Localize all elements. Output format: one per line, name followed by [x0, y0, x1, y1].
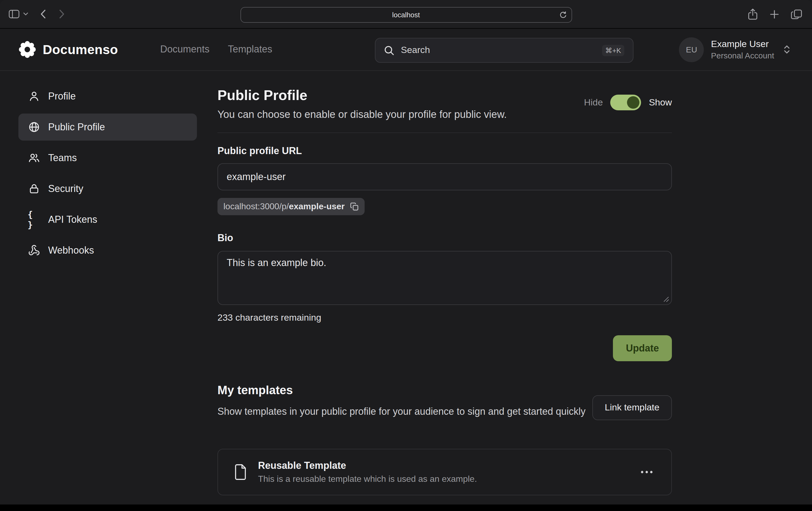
file-icon [233, 463, 248, 481]
toggle-knob [627, 96, 640, 109]
back-button[interactable] [40, 9, 46, 19]
browser-nav-controls [0, 9, 65, 19]
sidebar-item-public-profile[interactable]: Public Profile [19, 114, 197, 141]
sidebar-item-api-tokens[interactable]: { } API Tokens [19, 206, 197, 233]
brand-name: Documenso [43, 42, 118, 57]
bio-field-wrap: This is an example bio. [218, 251, 672, 305]
brand-logo[interactable]: Documenso [19, 40, 118, 58]
bio-textarea[interactable]: This is an example bio. [218, 251, 672, 305]
profile-link-prefix: localhost:3000/p/ [224, 202, 289, 211]
template-description: This is a reusable template which is use… [258, 474, 477, 484]
tab-overview-button[interactable] [791, 9, 802, 19]
link-template-button[interactable]: Link template [592, 395, 672, 420]
sidebar-item-label: Teams [48, 152, 77, 163]
avatar: EU [679, 37, 704, 62]
chevron-right-icon [59, 9, 65, 19]
user-account-type: Personal Account [711, 51, 775, 60]
globe-icon [28, 121, 40, 133]
sidebar-item-security[interactable]: Security [19, 175, 197, 202]
chevron-left-icon [40, 9, 46, 19]
profile-link-pill: localhost:3000/p/example-user [218, 198, 365, 215]
user-name: Example User [711, 39, 775, 50]
bio-label: Bio [218, 233, 233, 244]
settings-sidebar: Profile Public Profile Teams Security { … [19, 83, 197, 264]
public-profile-url-label: Public profile URL [218, 146, 302, 157]
page-title: Public Profile [218, 87, 307, 104]
template-list-item: Reusable Template This is a reusable tem… [218, 449, 672, 495]
nav-documents[interactable]: Documents [160, 44, 209, 55]
tabs-icon [791, 9, 802, 19]
template-info: Reusable Template This is a reusable tem… [258, 460, 477, 484]
sidebar-icon [9, 10, 20, 19]
copy-link-button[interactable] [350, 202, 359, 211]
chevron-updown-icon [783, 44, 790, 55]
share-icon [748, 8, 758, 20]
characters-remaining: 233 characters remaining [218, 312, 321, 323]
section-divider [218, 132, 672, 133]
template-menu-button[interactable] [637, 467, 656, 477]
browser-window-controls [748, 8, 812, 20]
chevron-down-icon [23, 12, 28, 16]
sidebar-item-label: Webhooks [48, 245, 94, 256]
page-subtitle: You can choose to enable or disable your… [218, 109, 507, 121]
resize-grip-icon[interactable] [663, 296, 669, 302]
hide-label: Hide [584, 97, 603, 108]
public-profile-url-input[interactable] [218, 163, 672, 190]
sidebar-item-label: Profile [48, 91, 76, 102]
lock-icon [28, 183, 40, 195]
my-templates-title: My templates [218, 383, 293, 397]
braces-icon: { } [28, 209, 40, 230]
sidebar-item-teams[interactable]: Teams [19, 144, 197, 172]
sidebar-item-label: Public Profile [48, 121, 105, 133]
share-button[interactable] [748, 8, 758, 20]
template-name: Reusable Template [258, 460, 477, 472]
sidebar-item-label: Security [48, 183, 83, 194]
user-menu[interactable]: EU Example User Personal Account [679, 37, 791, 62]
sidebar-toggle-button[interactable] [9, 10, 20, 19]
sidebar-item-label: API Tokens [48, 214, 97, 225]
ellipsis-icon [640, 471, 653, 474]
window-bottom-strip [0, 505, 812, 511]
plus-icon [770, 9, 779, 19]
app-window: localhost [0, 0, 812, 511]
webhook-icon [28, 244, 40, 256]
user-meta: Example User Personal Account [711, 39, 775, 60]
documenso-logo-icon [19, 40, 36, 58]
visibility-toggle-row: Hide Show [584, 95, 672, 110]
profile-link-slug: example-user [289, 202, 345, 211]
forward-button[interactable] [59, 9, 65, 19]
profile-visibility-toggle[interactable] [610, 95, 641, 110]
show-label: Show [649, 97, 672, 108]
user-icon [28, 90, 40, 102]
sidebar-item-webhooks[interactable]: Webhooks [19, 237, 197, 264]
users-icon [28, 152, 40, 164]
profile-link-text: localhost:3000/p/example-user [224, 202, 345, 211]
settings-content: Public Profile You can choose to enable … [218, 0, 672, 511]
my-templates-description: Show templates in your public profile fo… [218, 404, 596, 419]
update-button[interactable]: Update [613, 335, 672, 361]
copy-icon [350, 202, 359, 211]
sidebar-menu-button[interactable] [23, 12, 28, 16]
new-tab-button[interactable] [770, 9, 779, 19]
sidebar-item-profile[interactable]: Profile [19, 83, 197, 110]
